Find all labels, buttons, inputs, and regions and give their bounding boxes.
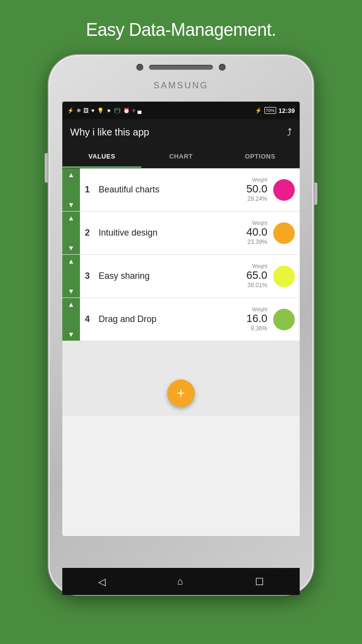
- android-icon: ★: [106, 107, 111, 114]
- phone-screen: ⚡ ❄ 🖼 ♥ 💡 ★ 📳 ⏰ ▿ ▄ ⚡ 70% 12:39 Why i li…: [62, 102, 300, 536]
- color-swatch-4[interactable]: [273, 309, 295, 330]
- row-label-3: Easy sharing: [95, 271, 246, 281]
- volume-button: [45, 153, 48, 183]
- color-swatch-1[interactable]: [273, 179, 295, 201]
- plus-icon: +: [177, 386, 185, 400]
- down-arrow-2[interactable]: ▼: [68, 244, 75, 251]
- alarm-icon: ⏰: [123, 107, 130, 114]
- row-number-4: 4: [80, 314, 95, 324]
- page-headline: Easy Data-Management.: [86, 20, 276, 40]
- row-controls-4: ▲ ▼: [62, 298, 80, 341]
- clock: 12:39: [279, 107, 295, 114]
- color-swatch-3[interactable]: [273, 266, 295, 287]
- vibrate-icon: 📳: [114, 107, 121, 114]
- tab-values[interactable]: VALUES: [62, 145, 141, 168]
- content-area: ▲ ▼ 1 Beautiful charts Weight 50.0 29.24…: [62, 168, 300, 416]
- heart-icon: ♥: [91, 107, 95, 113]
- power-button: [314, 183, 317, 205]
- tab-bar: VALUES CHART OPTIONS: [62, 145, 300, 168]
- add-button[interactable]: +: [167, 379, 195, 407]
- signal-icon: ▄: [138, 107, 142, 113]
- speaker-grille: [149, 65, 213, 70]
- fab-container: +: [62, 371, 300, 416]
- table-row: ▲ ▼ 4 Drag and Drop Weight 16.0 9.36%: [62, 298, 300, 341]
- status-icons-left: ⚡ ❄ 🖼 ♥ 💡 ★ 📳 ⏰ ▿ ▄: [67, 107, 141, 114]
- empty-area: [62, 341, 300, 371]
- back-button[interactable]: ◁: [98, 576, 105, 588]
- table-row: ▲ ▼ 2 Intuitive design Weight 40.0 23.39…: [62, 212, 300, 255]
- phone-top-bezel: [68, 64, 294, 71]
- notification-icon: ❄: [77, 107, 81, 114]
- up-arrow-2[interactable]: ▲: [68, 215, 75, 221]
- row-label-1: Beautiful charts: [95, 185, 246, 195]
- row-weight-2: Weight 40.0 23.39%: [246, 220, 267, 245]
- recent-button[interactable]: ☐: [255, 576, 264, 588]
- camera-dot-left: [136, 64, 143, 71]
- tab-options[interactable]: OPTIONS: [221, 145, 300, 168]
- app-title: Why i like this app: [70, 127, 149, 138]
- up-arrow-4[interactable]: ▲: [68, 301, 75, 308]
- table-row: ▲ ▼ 1 Beautiful charts Weight 50.0 29.24…: [62, 168, 300, 212]
- charging-icon: ⚡: [255, 107, 262, 114]
- status-icons-right: ⚡ 70% 12:39: [255, 107, 295, 114]
- home-button[interactable]: ⌂: [177, 576, 183, 587]
- row-label-2: Intuitive design: [95, 228, 246, 238]
- down-arrow-4[interactable]: ▼: [68, 331, 75, 338]
- down-arrow-3[interactable]: ▼: [68, 288, 75, 295]
- bottom-navigation: ◁ ⌂ ☐: [62, 568, 300, 595]
- up-arrow-1[interactable]: ▲: [68, 171, 75, 178]
- row-weight-1: Weight 50.0 29.24%: [246, 177, 267, 202]
- camera-dot-right: [219, 64, 226, 71]
- app-bar: Why i like this app ⤴: [62, 119, 300, 145]
- samsung-logo: SAMSUNG: [154, 80, 208, 91]
- row-label-4: Drag and Drop: [95, 314, 246, 324]
- row-number-1: 1: [80, 185, 95, 195]
- row-weight-3: Weight 65.0 38.01%: [246, 264, 267, 289]
- row-controls-3: ▲ ▼: [62, 255, 80, 297]
- phone-mockup: SAMSUNG ⚡ ❄ 🖼 ♥ 💡 ★ 📳 ⏰ ▿ ▄ ⚡ 70% 12:39: [49, 55, 313, 595]
- up-arrow-3[interactable]: ▲: [68, 258, 75, 265]
- image-icon: 🖼: [83, 107, 89, 113]
- usb-icon: ⚡: [67, 107, 74, 114]
- table-row: ▲ ▼ 3 Easy sharing Weight 65.0 38.01%: [62, 255, 300, 298]
- light-icon: 💡: [97, 107, 104, 114]
- row-number-2: 2: [80, 228, 95, 238]
- color-swatch-2[interactable]: [273, 222, 295, 244]
- row-weight-4: Weight 16.0 9.36%: [246, 307, 267, 332]
- wifi-icon: ▿: [132, 107, 135, 114]
- row-number-3: 3: [80, 271, 95, 281]
- down-arrow-1[interactable]: ▼: [68, 201, 75, 208]
- row-controls-2: ▲ ▼: [62, 212, 80, 254]
- row-controls-1: ▲ ▼: [62, 168, 80, 211]
- tab-chart[interactable]: CHART: [141, 145, 220, 168]
- status-bar: ⚡ ❄ 🖼 ♥ 💡 ★ 📳 ⏰ ▿ ▄ ⚡ 70% 12:39: [62, 102, 300, 119]
- share-icon[interactable]: ⤴: [287, 127, 292, 138]
- battery-indicator: 70%: [264, 107, 276, 114]
